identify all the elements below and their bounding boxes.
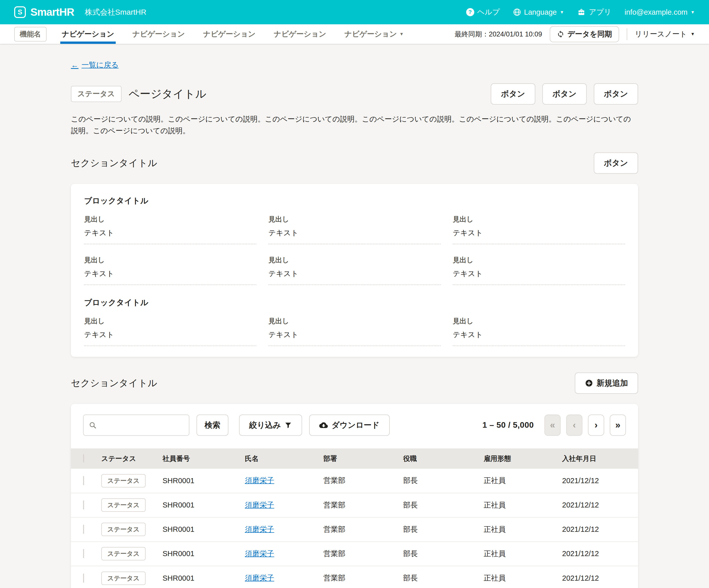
field: 見出し テキスト [84,256,256,285]
nav-tab-label: ナビゲーション [274,29,326,39]
add-new-label: 新規追加 [597,378,628,389]
column-header: 部署 [323,449,403,469]
field: 見出し テキスト [453,215,625,244]
help-icon: ? [466,8,474,16]
row-checkbox[interactable] [83,573,84,583]
sync-data-button[interactable]: データを同期 [550,26,619,42]
double-chevron-left-icon: « [550,420,555,430]
page-header: ステータス ページタイトル ボタン ボタン ボタン [71,83,638,105]
row-checkbox[interactable] [83,525,84,534]
nav-tab-label: ナビゲーション [62,29,114,39]
page-action-button[interactable]: ボタン [491,83,535,105]
nav-tab-label: ナビゲーション [344,29,397,39]
nav-tab[interactable]: ナビゲーション ▼ [335,24,413,44]
download-button[interactable]: ダウンロード [309,415,390,436]
field-label: 見出し [268,215,441,224]
download-label: ダウンロード [332,420,379,430]
hire-date-cell: 2021/12/12 [562,493,638,517]
language-button[interactable]: Language ▼ [513,8,564,17]
field-grid: 見出し テキスト 見出し テキスト 見出し テキスト [84,317,625,346]
search-input[interactable] [100,421,184,429]
nav-tab[interactable]: ナビゲーション [265,24,335,44]
field-label: 見出し [453,256,625,265]
select-all-checkbox[interactable] [83,454,84,463]
page-description: このページについての説明。このページについての説明。このページについての説明。こ… [71,113,638,137]
employee-name-link[interactable]: 須磨栄子 [245,476,274,484]
field-value: テキスト [268,330,441,340]
employee-name-link[interactable]: 須磨栄子 [245,525,274,533]
funnel-icon [284,421,292,429]
employment-type-cell: 正社員 [483,469,562,493]
nav-tab[interactable]: ナビゲーション [123,24,194,44]
help-button[interactable]: ? ヘルプ [466,7,500,17]
chevron-down-icon: ▼ [399,32,404,36]
row-status-badge: ステータス [101,547,146,560]
field: 見出し テキスト [268,256,441,285]
brand-name: SmartHR [30,6,74,18]
filter-label: 絞り込み [249,420,281,430]
field-value: テキスト [84,269,256,279]
info-card: ブロックタイトル 見出し テキスト 見出し テキスト 見出し テキスト 見出し … [71,184,638,357]
employee-id-cell: SHR0001 [163,469,245,493]
section-header: セクションタイトル ボタン [71,153,638,174]
search-button[interactable]: 検索 [196,415,228,436]
filter-button[interactable]: 絞り込み [239,415,302,436]
status-badge: ステータス [71,86,122,102]
employment-type-cell: 正社員 [483,542,562,566]
nav-tab[interactable]: ナビゲーション [194,24,265,44]
pagination-range: 1 – 50 / 5,000 [482,420,534,430]
release-notes-label: リリースノート [635,29,687,39]
field-label: 見出し [84,317,256,326]
account-menu[interactable]: info@example.com ▼ [625,8,695,17]
hire-date-cell: 2021/12/12 [562,517,638,542]
feature-badge: 機能名 [14,27,47,42]
table-row: ステータス SHR0001 須磨栄子 営業部 部長 正社員 2021/12/12 [71,517,638,542]
sync-data-label: データを同期 [568,29,612,39]
pagination-next-button[interactable]: › [588,415,604,436]
column-header: 社員番号 [163,449,245,469]
employee-id-cell: SHR0001 [163,493,245,517]
info-block: ブロックタイトル 見出し テキスト 見出し テキスト 見出し テキスト [84,297,625,346]
plus-circle-icon [585,379,593,387]
chevron-down-icon: ▼ [690,32,695,36]
page-action-button[interactable]: ボタン [542,83,587,105]
pagination: « ‹ › » [544,415,626,436]
apps-button[interactable]: アプリ [577,7,611,17]
field-value: テキスト [84,228,256,238]
field: 見出し テキスト [453,317,625,346]
topbar-menu: ? ヘルプ Language ▼ アプリ info@example.com ▼ [466,7,695,17]
row-checkbox[interactable] [83,549,84,558]
employment-type-cell: 正社員 [483,566,562,588]
employment-type-cell: 正社員 [483,493,562,517]
pagination-last-button[interactable]: » [610,415,626,436]
add-new-button[interactable]: 新規追加 [575,373,638,394]
page-action-button[interactable]: ボタン [594,83,638,105]
pagination-prev-button: ‹ [566,415,582,436]
nav-tab[interactable]: ナビゲーション [53,24,123,44]
employee-id-cell: SHR0001 [163,566,245,588]
chevron-left-icon: ‹ [573,420,576,430]
nav-tab-label: ナビゲーション [132,29,185,39]
section-action-button[interactable]: ボタン [594,153,638,174]
field: 見出し テキスト [84,317,256,346]
section-header: セクションタイトル 新規追加 [71,373,638,394]
company-name: 株式会社SmartHR [85,7,147,18]
table-header-row: ステータス 社員番号 氏名 部署 役職 雇用形態 入社年月日 [71,449,638,469]
table-row: ステータス SHR0001 須磨栄子 営業部 部長 正社員 2021/12/12 [71,493,638,517]
column-header: 役職 [403,449,483,469]
row-checkbox[interactable] [83,476,84,485]
page-actions: ボタン ボタン ボタン [491,83,638,105]
row-checkbox[interactable] [83,500,84,509]
chevron-down-icon: ▼ [690,10,695,15]
employee-name-link[interactable]: 須磨栄子 [245,574,274,582]
app-nav: 機能名 ナビゲーション ナビゲーション ナビゲーション ナビゲーション ナビゲー… [0,24,709,44]
smarthr-logo[interactable]: S SmartHR [14,6,74,18]
section-title: セクションタイトル [71,377,157,390]
employee-name-link[interactable]: 須磨栄子 [245,501,274,509]
release-notes-menu[interactable]: リリースノート ▼ [635,29,695,39]
employee-name-link[interactable]: 須磨栄子 [245,550,274,558]
table-toolbar: 検索 絞り込み ダウンロード 1 – 50 / 5,000 « ‹ › » [71,404,638,443]
back-link[interactable]: ← 一覧に戻る [71,60,119,70]
position-cell: 部長 [403,566,483,588]
nav-right: 最終同期：2024/01/01 10:09 データを同期 リリースノート ▼ [455,26,695,42]
